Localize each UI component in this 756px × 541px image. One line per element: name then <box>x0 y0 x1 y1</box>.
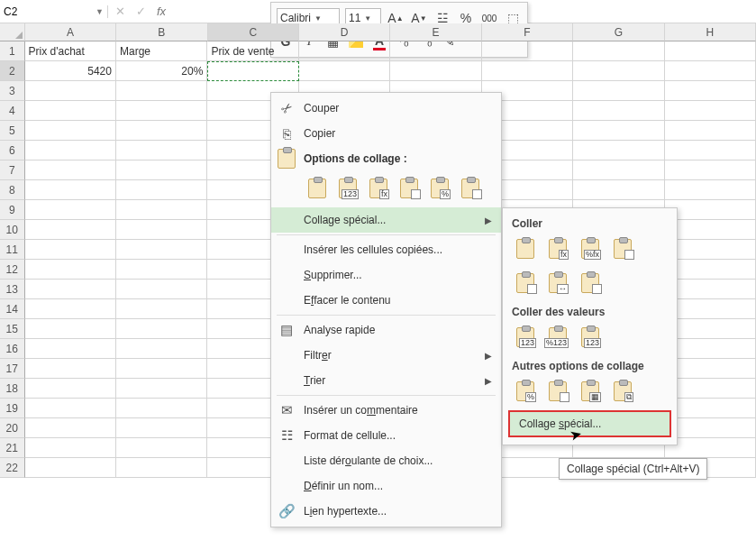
cell[interactable] <box>665 438 756 458</box>
cell[interactable] <box>665 220 756 240</box>
menu-insert-copied[interactable]: Insérer les cellules copiées... <box>271 237 501 262</box>
cell[interactable] <box>665 319 756 339</box>
cell[interactable] <box>482 41 573 61</box>
paste-transpose-icon[interactable] <box>577 270 604 297</box>
cell[interactable]: Prix de vente <box>207 41 298 61</box>
cell[interactable] <box>116 141 207 160</box>
cell[interactable]: Prix d'achat <box>25 41 116 61</box>
cell[interactable] <box>25 81 116 101</box>
cell[interactable] <box>25 141 116 160</box>
paste-widths-icon[interactable]: ↔ <box>544 270 571 297</box>
cell[interactable] <box>665 339 756 359</box>
paste-formulas-number-icon[interactable]: %fx <box>577 235 604 262</box>
cell[interactable] <box>116 101 207 121</box>
cell[interactable] <box>299 41 390 61</box>
cell[interactable] <box>573 81 664 101</box>
name-box[interactable]: ▼ <box>0 5 108 18</box>
row-header[interactable]: 8 <box>0 180 25 200</box>
cell[interactable]: 20% <box>116 61 207 81</box>
cell[interactable] <box>25 260 116 280</box>
row-header[interactable]: 11 <box>0 240 25 260</box>
row-header[interactable]: 16 <box>0 339 25 359</box>
select-all-corner[interactable] <box>0 23 25 41</box>
cell[interactable] <box>116 180 207 200</box>
cell[interactable] <box>665 61 756 81</box>
row-header[interactable]: 2 <box>0 61 25 81</box>
cell[interactable] <box>116 280 207 299</box>
cell[interactable] <box>390 41 481 61</box>
cell[interactable] <box>116 319 207 339</box>
col-header[interactable]: B <box>116 23 207 41</box>
cell[interactable] <box>665 359 756 379</box>
cell[interactable] <box>25 240 116 260</box>
fx-icon[interactable]: fx <box>157 5 166 18</box>
row-header[interactable]: 1 <box>0 41 25 61</box>
menu-dropdown-list[interactable]: Liste déroulante de choix... <box>271 448 501 473</box>
cell[interactable] <box>116 81 207 101</box>
cell[interactable] <box>665 260 756 280</box>
menu-sort[interactable]: Trier ▶ <box>271 368 501 393</box>
cell[interactable] <box>116 160 207 180</box>
row-header[interactable]: 4 <box>0 101 25 121</box>
cell[interactable] <box>116 458 207 478</box>
cell[interactable] <box>665 41 756 61</box>
row-header[interactable]: 20 <box>0 418 25 438</box>
menu-cut[interactable]: ✂ Couper <box>271 96 501 121</box>
cell[interactable] <box>25 160 116 180</box>
cancel-icon[interactable]: ✕ <box>115 5 125 18</box>
cell[interactable] <box>573 141 664 160</box>
paste-link-icon[interactable] <box>457 175 484 202</box>
name-box-input[interactable] <box>4 5 76 18</box>
cell[interactable] <box>25 319 116 339</box>
cell[interactable] <box>665 399 756 418</box>
paste-formatting-icon[interactable]: % <box>512 378 539 405</box>
cell[interactable] <box>665 160 756 180</box>
menu-quick-analysis[interactable]: ▤ Analyse rapide <box>271 317 501 343</box>
paste-values-number-icon[interactable]: %123 <box>544 324 571 351</box>
cell[interactable] <box>116 299 207 319</box>
cell[interactable] <box>573 61 664 81</box>
row-header[interactable]: 21 <box>0 438 25 458</box>
menu-format-cells[interactable]: ☷ Format de cellule... <box>271 423 501 448</box>
paste-all-icon[interactable] <box>512 235 539 262</box>
cell[interactable] <box>116 379 207 399</box>
cell[interactable] <box>573 41 664 61</box>
cell[interactable] <box>207 61 299 81</box>
row-header[interactable]: 15 <box>0 319 25 339</box>
cell[interactable] <box>665 200 756 220</box>
cell[interactable]: 5420 <box>25 61 116 81</box>
paste-formatting-icon[interactable]: % <box>426 175 453 202</box>
paste-link-icon[interactable] <box>544 378 571 405</box>
cell[interactable] <box>25 121 116 141</box>
cell[interactable] <box>25 299 116 319</box>
row-header[interactable]: 14 <box>0 299 25 319</box>
paste-values-icon[interactable]: 123 <box>334 175 361 202</box>
chevron-down-icon[interactable]: ▼ <box>96 7 104 16</box>
cell[interactable] <box>25 379 116 399</box>
cell[interactable] <box>665 240 756 260</box>
col-header[interactable]: D <box>299 23 390 41</box>
cell[interactable] <box>116 418 207 438</box>
row-header[interactable]: 10 <box>0 220 25 240</box>
row-header[interactable]: 5 <box>0 121 25 141</box>
cell[interactable] <box>116 200 207 220</box>
row-header[interactable]: 3 <box>0 81 25 101</box>
col-header[interactable]: C <box>208 23 299 41</box>
cell[interactable] <box>25 438 116 458</box>
menu-define-name[interactable]: Définir un nom... <box>271 473 501 499</box>
cell[interactable] <box>390 61 481 81</box>
col-header[interactable]: G <box>573 23 664 41</box>
row-header[interactable]: 6 <box>0 141 25 160</box>
confirm-icon[interactable]: ✓ <box>136 5 146 18</box>
paste-formulas-icon[interactable]: fx <box>365 175 392 202</box>
cell[interactable] <box>665 280 756 299</box>
menu-filter[interactable]: Filtrer ▶ <box>271 343 501 368</box>
cell[interactable] <box>573 160 664 180</box>
cell[interactable] <box>116 260 207 280</box>
paste-all-icon[interactable] <box>304 175 331 202</box>
paste-transpose-icon[interactable] <box>396 175 423 202</box>
cell[interactable] <box>665 379 756 399</box>
cell[interactable] <box>299 61 390 81</box>
menu-hyperlink[interactable]: 🔗 Lien hypertexte... <box>271 499 501 524</box>
paste-keep-source-icon[interactable] <box>609 235 636 262</box>
